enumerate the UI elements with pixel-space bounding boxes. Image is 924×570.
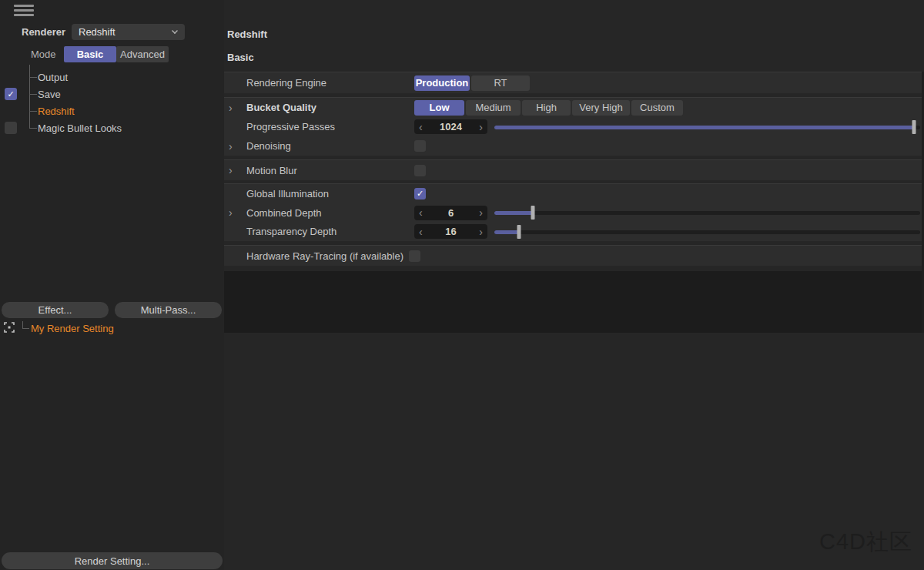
- render-settings-window: Renderer Redshift Mode Basic Advanced Ou…: [0, 0, 924, 570]
- rendering-engine-options: Production RT: [414, 75, 530, 91]
- tab-basic[interactable]: Basic: [64, 46, 116, 62]
- option-production[interactable]: Production: [414, 75, 470, 91]
- sidebar-item-label: Output: [37, 72, 68, 83]
- transparency-depth-value[interactable]: 16: [423, 226, 480, 237]
- sidebar-item-magic-bullet-looks[interactable]: Magic Bullet Looks: [29, 119, 122, 136]
- panel-title: Redshift: [227, 28, 267, 40]
- increment-icon[interactable]: ›: [479, 122, 483, 132]
- increment-icon[interactable]: ›: [479, 226, 483, 237]
- row-global-illumination: Global Illumination ✓: [224, 184, 922, 203]
- check-icon: ✓: [7, 90, 14, 99]
- group-hardware-ray-tracing: Hardware Ray-Tracing (if available) ✓: [224, 245, 922, 266]
- row-label: Bucket Quality: [246, 102, 414, 113]
- menu-icon[interactable]: [14, 5, 34, 18]
- global-illumination-checkbox[interactable]: ✓: [414, 188, 426, 200]
- slider-handle[interactable]: [517, 225, 521, 239]
- group-quality: › Bucket Quality Low Medium High Very Hi…: [224, 97, 922, 156]
- save-checkbox[interactable]: ✓: [5, 88, 17, 100]
- slider-fill: [494, 230, 519, 234]
- slider-handle[interactable]: [531, 206, 534, 220]
- tree-stub: [29, 111, 37, 112]
- tree-stub: [29, 128, 37, 129]
- option-very-high[interactable]: Very High: [572, 100, 630, 116]
- expand-icon[interactable]: ›: [228, 141, 246, 152]
- slider-track: [494, 211, 920, 215]
- denoising-checkbox[interactable]: ✓: [414, 140, 426, 152]
- slider-fill: [494, 211, 533, 215]
- panel-section-title: Basic: [227, 52, 254, 63]
- sidebar-item-label: Magic Bullet Looks: [37, 122, 122, 134]
- transparency-depth-spinner: ‹ 16 ›: [414, 224, 487, 239]
- row-label: Transparency Depth: [246, 226, 414, 237]
- slider-handle[interactable]: [912, 120, 916, 134]
- tree-corner: [22, 321, 29, 329]
- row-label: Motion Blur: [246, 165, 414, 176]
- my-render-setting-item[interactable]: My Render Setting: [31, 323, 114, 334]
- magic-bullet-checkbox[interactable]: ✓: [5, 122, 17, 134]
- sidebar-item-output[interactable]: Output: [29, 69, 68, 86]
- motion-blur-checkbox[interactable]: ✓: [414, 165, 426, 176]
- row-label: Hardware Ray-Tracing (if available): [246, 250, 403, 262]
- chevron-down-icon: [172, 28, 178, 34]
- increment-icon[interactable]: ›: [479, 207, 483, 218]
- row-label: Combined Depth: [246, 207, 414, 219]
- row-transparency-depth: Transparency Depth ‹ 16 ›: [224, 222, 922, 241]
- progressive-passes-value[interactable]: 1024: [423, 121, 480, 132]
- row-label: Denoising: [246, 140, 414, 152]
- render-setting-button[interactable]: Render Setting...: [2, 552, 223, 569]
- option-low[interactable]: Low: [414, 100, 464, 116]
- expand-icon[interactable]: ›: [228, 165, 246, 176]
- sidebar-item-label: Save: [37, 89, 61, 100]
- row-label: Global Illumination: [246, 188, 414, 200]
- watermark: C4D社区: [819, 527, 912, 558]
- sidebar-item-redshift[interactable]: Redshift: [29, 102, 75, 119]
- row-rendering-engine: Rendering Engine Production RT: [224, 72, 922, 93]
- progressive-passes-spinner: ‹ 1024 ›: [414, 119, 487, 134]
- group-motion-blur: › Motion Blur ✓: [224, 159, 922, 180]
- hardware-ray-tracing-checkbox[interactable]: ✓: [409, 250, 420, 262]
- option-custom[interactable]: Custom: [631, 100, 683, 116]
- tab-advanced[interactable]: Advanced: [116, 46, 169, 62]
- row-denoising: › Denoising ✓: [224, 136, 922, 156]
- tree-stub: [29, 94, 37, 95]
- slider-fill: [494, 126, 914, 129]
- transparency-depth-slider[interactable]: [494, 225, 920, 239]
- mode-label: Mode: [31, 49, 56, 60]
- combined-depth-spinner: ‹ 6 ›: [414, 206, 487, 220]
- bucket-quality-options: Low Medium High Very High Custom: [414, 100, 683, 116]
- slider-track: [494, 230, 920, 234]
- combined-depth-slider[interactable]: [494, 206, 920, 220]
- sidebar-item-save[interactable]: Save: [29, 86, 61, 102]
- renderer-label: Renderer: [22, 26, 65, 38]
- option-rt[interactable]: RT: [471, 75, 530, 91]
- row-progressive-passes: Progressive Passes ‹ 1024 ›: [224, 117, 922, 136]
- row-motion-blur: › Motion Blur ✓: [224, 160, 922, 180]
- renderer-dropdown[interactable]: Redshift: [72, 24, 185, 40]
- expand-icon[interactable]: ›: [228, 102, 246, 113]
- row-combined-depth: › Combined Depth ‹ 6 ›: [224, 203, 922, 223]
- option-medium[interactable]: Medium: [466, 100, 521, 116]
- sidebar-item-label: Redshift: [37, 106, 75, 117]
- renderer-dropdown-value: Redshift: [79, 26, 172, 38]
- row-hardware-ray-tracing: Hardware Ray-Tracing (if available) ✓: [224, 246, 922, 266]
- group-global-illumination: Global Illumination ✓ › Combined Depth ‹…: [224, 183, 922, 241]
- multi-pass-button[interactable]: Multi-Pass...: [115, 302, 222, 318]
- option-high[interactable]: High: [522, 100, 571, 116]
- effect-button[interactable]: Effect...: [2, 302, 109, 318]
- settings-panel: Redshift Basic Rendering Engine Producti…: [224, 0, 924, 570]
- mode-tabs: Basic Advanced: [64, 46, 169, 62]
- row-bucket-quality: › Bucket Quality Low Medium High Very Hi…: [224, 98, 922, 117]
- row-label: Progressive Passes: [246, 121, 414, 132]
- expand-icon[interactable]: ›: [228, 207, 246, 218]
- tree-stub: [29, 77, 37, 78]
- progressive-passes-slider[interactable]: [494, 120, 920, 134]
- check-icon: ✓: [417, 189, 424, 198]
- combined-depth-value[interactable]: 6: [423, 207, 480, 219]
- row-label: Rendering Engine: [246, 77, 414, 89]
- empty-detail-area: [224, 271, 922, 333]
- sidebar: Renderer Redshift Mode Basic Advanced Ou…: [0, 0, 224, 570]
- render-setting-target-icon: [4, 322, 15, 333]
- group-rendering-engine: Rendering Engine Production RT: [224, 72, 922, 93]
